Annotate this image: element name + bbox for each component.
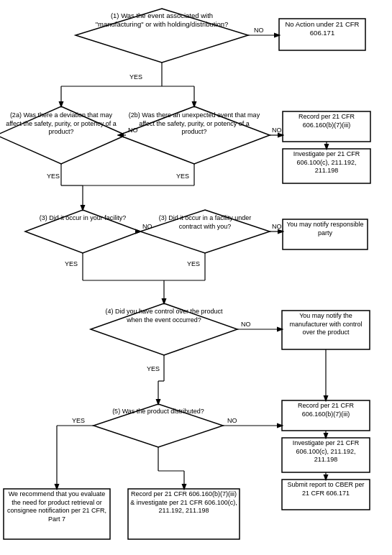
- notify-party-label: You may notify responsible party: [284, 221, 366, 237]
- no5-label: NO: [227, 417, 237, 424]
- q2b-label: (2b) Was there an unexpected event that …: [126, 111, 263, 137]
- yes4-label: YES: [147, 365, 160, 372]
- record2-label: Record per 21 CFR 606.160(b)(7)(iii): [283, 402, 368, 418]
- q3b-label: (3) Did it occur in a facility under con…: [147, 214, 263, 231]
- yes3a-label: YES: [65, 260, 78, 267]
- notify-mfg-label: You may notify the manufacturer with con…: [283, 312, 368, 337]
- yes3b-label: YES: [187, 260, 200, 267]
- flowchart: (1) Was the event associated with "manuf…: [0, 0, 392, 555]
- flow-diagram: (1) Was the event associated with "manuf…: [0, 0, 392, 555]
- yes5-label: YES: [72, 417, 85, 424]
- no4-label: NO: [241, 321, 251, 328]
- record1-label: Record per 21 CFR 606.160(b)(7)(iii): [284, 113, 369, 129]
- yes2b-label: YES: [176, 173, 189, 180]
- yes1-label: YES: [129, 73, 142, 81]
- recommend-label: We recommend that you evaluate the need …: [5, 490, 109, 524]
- no1-label: NO: [254, 27, 264, 34]
- investigate1-label: Investigate per 21 CFR 606.100(c), 211.1…: [284, 150, 369, 175]
- q5-label: (5) Was the product distributed?: [103, 408, 214, 416]
- yes2a-label: YES: [47, 173, 60, 180]
- no3a-label: NO: [142, 223, 152, 230]
- no-action-label: No Action under 21 CFR 606.171: [281, 20, 364, 38]
- investigate2-label: Investigate per 21 CFR 606.100(c), 211.1…: [283, 439, 368, 464]
- no2b-label: NO: [272, 127, 282, 134]
- no3b-label: NO: [272, 223, 282, 230]
- no2a-label: NO: [128, 127, 138, 134]
- submit-label: Submit report to CBER per 21 CFR 606.171: [283, 481, 368, 497]
- q3a-label: (3) Did it occur in your facility?: [32, 214, 133, 223]
- record3-label: Record per 21 CFR 606.160(b)(7)(iii) & i…: [129, 490, 238, 515]
- q4-label: (4) Did you have control over the produc…: [99, 308, 229, 324]
- q1-label: (1) Was the event associated with "manuf…: [94, 12, 230, 29]
- q2a-label: (2a) Was there a deviation that may affe…: [4, 111, 119, 137]
